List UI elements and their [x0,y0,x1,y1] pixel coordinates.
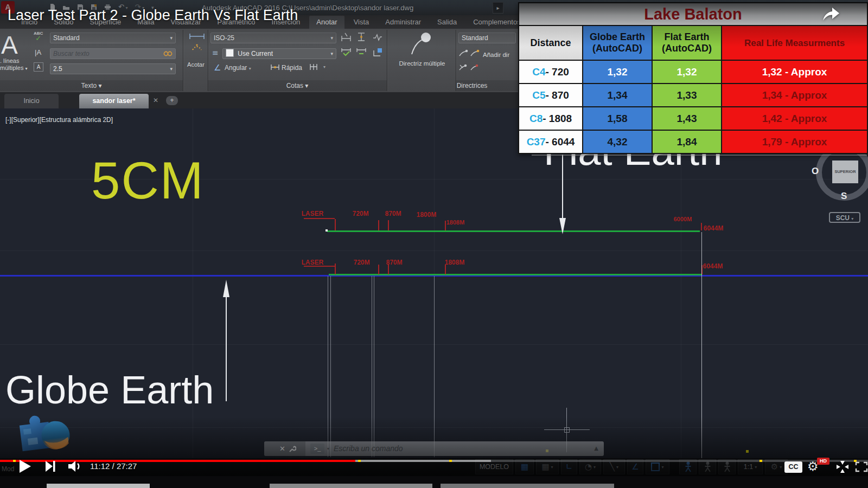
volume-button[interactable] [68,460,83,474]
globe-earth-label: Globe Earth [5,368,214,412]
dim-style-combo: ISO-25▾ [210,33,336,43]
table-row-distance: C5 - 870 [519,84,582,106]
lake-balaton-table: Lake Balaton Distance Globe Earth(AutoCA… [518,2,868,154]
grid-line [0,251,868,251]
dim-label: 1808M [446,219,465,226]
dim-update-icon [372,47,383,57]
dim-jog-icon [372,32,383,42]
layer-color-swatch [226,49,234,57]
table-cell-flat: 1,84 [653,131,721,153]
col-header-distance: Distance [519,26,582,60]
leader-style-combo: Standard [458,33,516,43]
page-element [441,484,614,488]
dim-tick [335,219,336,230]
ad-marker [358,460,361,462]
dim-label: 1808M [445,259,465,266]
table-cell-globe: 1,34 [583,84,652,106]
dim-leader [304,218,335,219]
col-header-globe: Globe Earth(AutoCAD) [583,26,652,60]
ribbon-tab-administrar: Administrar [378,16,428,29]
mtext-big-a-icon: A [1,30,18,60]
file-tab-inicio: Inicio [4,94,59,108]
leader-align-icon [470,63,480,72]
table-cell-flat: 1,43 [653,107,721,130]
page-element [47,484,150,488]
construction-line [328,276,328,457]
table-cell-flat: 1,32 [653,61,721,83]
angular-icon: ∠ [214,63,221,73]
table-shadow [532,155,867,156]
table-cell-real: 1,32 - Approx [722,61,867,83]
ad-marker [13,460,16,462]
dim-tick [701,223,702,230]
up-arrow-icon [223,280,229,297]
youtube-video-frame[interactable]: A ↶ ▾ ↷ ▾ ▾ Autodesk AutoCAD 2016 C:\Use… [0,0,868,488]
continue-dim-caret-icon: ▾ [323,65,326,69]
command-history-icon: ▲ [594,445,598,451]
construction-line [434,276,435,457]
panel-divider [183,30,183,91]
next-button[interactable] [46,461,55,474]
dim-break-icon [341,32,352,42]
dim-label: LASER [302,210,324,217]
dim-layer-combo: Use Current▾ [222,48,336,59]
table-cell-real: 1,79 - Approx [722,131,867,153]
command-caret-icon: ▾ [327,446,329,451]
table-cell-globe: 4,32 [583,131,652,153]
dim-label: 6000M [674,216,692,222]
quick-dim-icon [270,63,280,72]
mtext-label: . líneas múltiples ▾ [0,57,27,72]
col-header-flat: Flat Earth(AutoCAD) [653,26,721,60]
viewport-controls-label: [-][Superior][Estructura alámbrica 2D] [5,116,113,124]
play-button[interactable] [20,460,31,475]
rapida-button: Rápida [282,65,302,72]
dimension-tool-icon [188,31,206,59]
page-below-video [0,476,868,488]
fullscreen-button[interactable] [855,461,868,474]
dim-tick [445,221,446,230]
line-endpoint-dot [326,229,328,232]
construction-line [701,232,702,476]
construction-line [372,276,372,457]
video-title[interactable]: Laser Test Part 2 - Globe Earth Vs Flat … [8,7,298,24]
dim-label: 6044M [704,224,724,232]
ribbon-tab-salida: Salida [430,16,464,29]
spell-check-icon: ABC ✓ [34,31,43,42]
construction-line [330,276,331,457]
upper-laser-line [327,230,700,232]
table-cell-flat: 1,33 [653,84,721,106]
crosshair-pickbox [564,427,570,433]
command-line-bar: ✕ >_ ▾ Escriba un comando ▲ [264,441,604,456]
down-arrow-icon [559,218,566,234]
ucs-button: SCU ▾ [829,212,860,223]
col-header-real: Real Life Measurments [722,26,867,60]
page-element [270,484,432,488]
hd-badge: HD [817,458,829,465]
command-prompt-icon: >_ [310,444,324,454]
viewcube-face: SUPERIOR [832,160,858,183]
table-title: Lake Balaton [519,3,867,25]
panel-divider [387,30,387,91]
leader-add-icon [458,49,468,57]
binoculars-icon [163,49,173,60]
share-icon[interactable] [821,7,841,24]
close-icon: ✕ [279,445,285,453]
time-display: 11:12 / 27:27 [90,461,137,471]
continue-dim-icon [309,62,321,72]
tab-close-icon: ✕ [153,97,158,104]
cc-button[interactable]: CC [784,461,802,473]
viewcube-south-label: S [841,191,847,202]
measurement-label: 5CM [91,151,205,210]
dim-space-icon [356,32,367,42]
table-cell-globe: 1,32 [583,61,652,83]
table-row-distance: C37 - 6044 [519,131,582,153]
miniplayer-size-button[interactable] [835,460,850,476]
table-row-distance: C4 - 720 [519,61,582,83]
dim-tick [388,220,389,230]
up-arrow-shaft [226,297,227,401]
dim-label: 1800M [417,211,437,219]
text-height-icon: A [34,62,43,72]
layers-icon: ≡ [212,48,219,57]
leader-collect-icon [470,49,480,57]
snap-marker [746,450,749,453]
